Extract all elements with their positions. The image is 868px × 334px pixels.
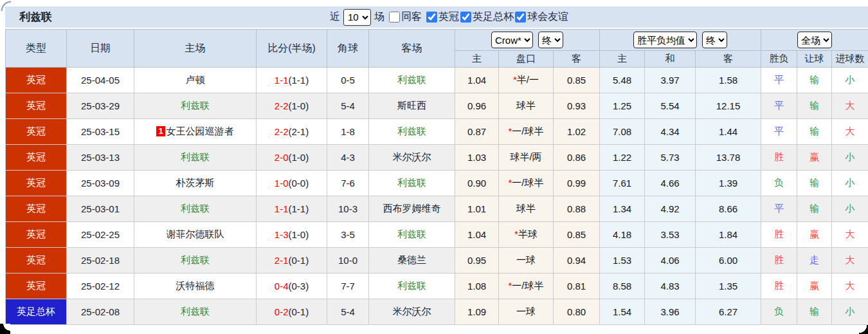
home-team-cell: 谢菲尔德联队 (134, 222, 257, 248)
league-label: 英足总杯 (473, 10, 514, 24)
score-cell: 1-3(1-0) (257, 222, 327, 248)
recent-count-select[interactable]: 10 (343, 9, 371, 26)
text-fragment: (0-1) (289, 255, 309, 266)
home-odds-cell: 0.96 (455, 93, 499, 119)
league-checkbox[interactable] (460, 12, 471, 23)
text-fragment: 2-2 (275, 100, 289, 111)
away-team-cell: 利兹联 (369, 119, 455, 145)
away-odds-cell: 0.94 (554, 248, 600, 274)
home-team-cell: 利兹联 (134, 196, 257, 222)
text-fragment: 1-0 (275, 178, 289, 189)
goals-cell: 大 (832, 248, 868, 274)
league-filter[interactable]: 英冠 (425, 10, 459, 24)
same-away-filter[interactable]: 同客 (388, 10, 422, 24)
goals-cell: 大 (832, 222, 868, 248)
handicap-cell: *一/球半 (499, 119, 554, 145)
result-cell: 平 (761, 196, 797, 222)
handicap-cell: *半/一 (499, 68, 554, 93)
home-odds-cell: 0.87 (455, 119, 499, 145)
goals-cell: 大 (832, 274, 868, 299)
match-stats-page: 利兹联 近 10 场 同客 英冠英足总杯球会友谊 类型 日期 (5, 6, 868, 325)
date-cell: 25-02-25 (67, 222, 134, 248)
subcol-odds-away: 客 (554, 51, 600, 68)
text-fragment: 桑德兰 (397, 254, 426, 265)
average-state-select[interactable]: 终 (702, 32, 727, 48)
score-cell: 2-2(1-0) (257, 93, 327, 119)
corner-artifact-bottom-left (0, 324, 10, 334)
match-row: 英足总杯25-02-08利兹联0-2(0-1)5-4米尔沃尔1.09一球0.80… (6, 299, 868, 325)
text-fragment: * (513, 74, 517, 85)
text-fragment: 米尔沃尔 (393, 151, 431, 162)
text-fragment: 利兹联 (397, 125, 426, 136)
subcol-avg-draw: 和 (645, 51, 696, 68)
home-odds-cell: 0.95 (455, 248, 499, 274)
avg-draw-cell: 3.53 (645, 222, 696, 248)
avg-home-cell: 7.61 (600, 171, 645, 196)
home-odds-cell: 1.01 (455, 196, 499, 222)
scope-select[interactable]: 全场 (797, 32, 832, 48)
corners-cell: 5-4 (327, 93, 369, 119)
date-cell: 25-02-18 (67, 248, 134, 274)
team-title: 利兹联 (19, 10, 52, 24)
rank-badge: 1 (156, 126, 165, 136)
same-away-label: 同客 (401, 10, 422, 24)
text-fragment: 1-3 (275, 229, 289, 240)
league-cell: 英冠 (6, 119, 67, 145)
home-odds-cell: 1.04 (455, 222, 499, 248)
recent-label: 近 (330, 10, 340, 24)
text-fragment: * (508, 125, 512, 136)
same-away-checkbox[interactable] (389, 12, 400, 23)
home-team-cell: 沃特福德 (134, 274, 257, 299)
subcol-handicap-result: 让球 (797, 51, 832, 68)
corners-cell: 7-6 (327, 171, 369, 196)
handicap-result-cell: 输 (797, 68, 832, 93)
league-checkbox[interactable] (515, 12, 526, 23)
corners-cell: 10-0 (327, 248, 369, 274)
avg-away-cell: 1.84 (696, 222, 761, 248)
handicap-result-cell: 赢 (797, 145, 832, 171)
text-fragment: 卢顿 (186, 74, 205, 85)
league-cell: 英冠 (6, 171, 67, 196)
text-fragment: 西布罗姆维奇 (383, 203, 441, 214)
away-team-cell: 米尔沃尔 (369, 145, 455, 171)
result-cell: 负 (761, 299, 797, 325)
average-select[interactable]: 胜平负均值 (633, 32, 697, 48)
home-odds-cell: 0.90 (455, 171, 499, 196)
avg-home-cell: 5.48 (600, 68, 645, 93)
text-fragment: 2-0 (275, 152, 289, 163)
text-fragment: 利兹联 (397, 228, 426, 239)
text-fragment: (0-1) (289, 306, 309, 317)
match-row: 英冠25-03-01利兹联1-1(1-1)10-3西布罗姆维奇1.01球半0.8… (6, 196, 868, 222)
score-cell: 1-1(1-1) (257, 68, 327, 93)
subcol-handicap: 盘口 (499, 51, 554, 68)
avg-away-cell: 1.39 (696, 171, 761, 196)
handicap-result-cell: 输 (797, 171, 832, 196)
away-team-cell: 斯旺西 (369, 93, 455, 119)
handicap-result-cell: 输 (797, 196, 832, 222)
subcol-odds-home: 主 (455, 51, 499, 68)
bookmaker-select[interactable]: Crow* (491, 32, 533, 48)
text-fragment: (1-0) (289, 229, 309, 240)
text-fragment: (1-0) (289, 100, 309, 111)
date-cell: 25-03-15 (67, 119, 134, 145)
league-checkbox[interactable] (426, 12, 437, 23)
text-fragment: (0-0) (289, 178, 309, 189)
league-filter[interactable]: 球会友谊 (514, 10, 568, 24)
avg-away-cell: 13.78 (696, 145, 761, 171)
handicap-cell: 一球 (499, 248, 554, 274)
away-odds-cell: 0.93 (554, 93, 600, 119)
avg-draw-cell: 4.92 (645, 196, 696, 222)
subcol-avg-away: 客 (696, 51, 761, 68)
handicap-cell: 球半/两 (499, 145, 554, 171)
home-team-cell: 1女王公园巡游者 (134, 119, 257, 145)
match-row: 英冠25-04-05卢顿1-1(1-1)0-5利兹联1.04*半/一0.855.… (6, 68, 868, 93)
bookmaker-state-select[interactable]: 终 (538, 32, 563, 48)
date-cell: 25-03-01 (67, 196, 134, 222)
score-cell: 0-2(0-1) (257, 299, 327, 325)
topbar: 利兹联 近 10 场 同客 英冠英足总杯球会友谊 (5, 6, 868, 29)
league-cell: 英冠 (6, 196, 67, 222)
corner-artifact-top-left (0, 0, 11, 11)
avg-draw-cell: 5.54 (645, 93, 696, 119)
home-team-cell: 利兹联 (134, 248, 257, 274)
league-filter[interactable]: 英足总杯 (459, 10, 514, 24)
